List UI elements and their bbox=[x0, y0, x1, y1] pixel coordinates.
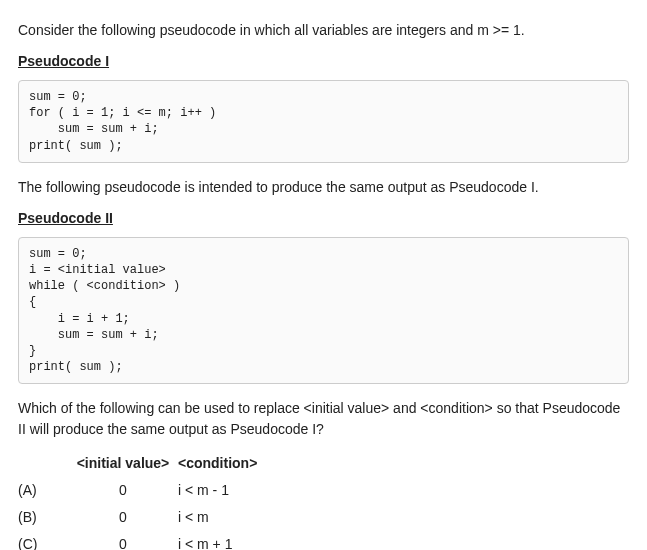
intro-text: Consider the following pseudocode in whi… bbox=[18, 20, 629, 41]
table-header-row: <initial value> <condition> bbox=[18, 450, 298, 477]
answer-condition: i < m - 1 bbox=[178, 477, 298, 504]
col-initial-value: <initial value> bbox=[68, 450, 178, 477]
col-condition: <condition> bbox=[178, 450, 298, 477]
answer-condition: i < m + 1 bbox=[178, 531, 298, 550]
table-row: (C) 0 i < m + 1 bbox=[18, 531, 298, 550]
middle-text: The following pseudocode is intended to … bbox=[18, 177, 629, 198]
pseudocode-1-block: sum = 0; for ( i = 1; i <= m; i++ ) sum … bbox=[18, 80, 629, 163]
pseudocode-1-heading: Pseudocode I bbox=[18, 51, 629, 72]
answer-table: <initial value> <condition> (A) 0 i < m … bbox=[18, 450, 298, 550]
answer-initial: 0 bbox=[68, 504, 178, 531]
table-row: (A) 0 i < m - 1 bbox=[18, 477, 298, 504]
pseudocode-2-block: sum = 0; i = <initial value> while ( <co… bbox=[18, 237, 629, 385]
table-row: (B) 0 i < m bbox=[18, 504, 298, 531]
answer-label: (A) bbox=[18, 477, 68, 504]
question-text: Which of the following can be used to re… bbox=[18, 398, 629, 440]
answer-label: (B) bbox=[18, 504, 68, 531]
pseudocode-2-heading: Pseudocode II bbox=[18, 208, 629, 229]
answer-initial: 0 bbox=[68, 477, 178, 504]
answer-condition: i < m bbox=[178, 504, 298, 531]
answer-label: (C) bbox=[18, 531, 68, 550]
answer-initial: 0 bbox=[68, 531, 178, 550]
